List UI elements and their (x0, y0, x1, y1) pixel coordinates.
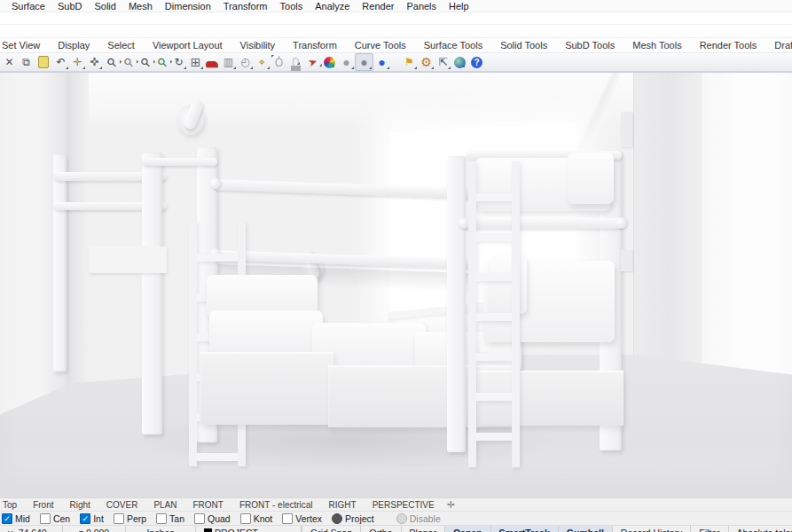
color-wheel-icon[interactable] (324, 57, 335, 68)
command-prompt[interactable] (0, 25, 792, 38)
render-icon[interactable]: ➤ (302, 51, 323, 72)
osnap-toggle[interactable]: Osnap (444, 526, 490, 532)
radio-off-icon[interactable] (396, 513, 407, 524)
menu-item[interactable]: Analyze (309, 1, 356, 12)
osnap-label: Tan (169, 513, 184, 524)
menu-item[interactable]: SubD (51, 1, 89, 12)
osnap-int[interactable]: Int (80, 513, 104, 524)
viewport-tab[interactable]: PLAN (145, 500, 184, 510)
toolbar-tab[interactable]: Select (98, 40, 144, 51)
viewport-tab[interactable]: COVER (98, 500, 146, 510)
checkbox-checked-icon[interactable] (80, 513, 90, 524)
osnap-mid[interactable]: Mid (2, 513, 30, 524)
filter-toggle[interactable]: Filter (690, 526, 727, 532)
left-bunk-top-beam (142, 158, 217, 166)
toolbar-tab[interactable]: Curve Tools (346, 40, 415, 51)
grid-snap-toggle[interactable]: Grid Snap (302, 526, 360, 532)
osnap-quad[interactable]: Quad (194, 513, 231, 524)
new-viewport-tab-icon[interactable]: ✛ (443, 499, 459, 511)
wall-bracket-lower (621, 250, 632, 271)
rail-knob (209, 177, 221, 189)
origin-icon[interactable]: ⌖ (254, 54, 271, 70)
toolbar-tab[interactable]: Render Tools (691, 40, 766, 51)
undo-view-icon[interactable]: ◴ (237, 54, 254, 70)
viewport-tab[interactable]: FRONT (185, 500, 231, 510)
rotate-view-icon[interactable]: ↻ (170, 54, 187, 70)
menu-item[interactable]: Tools (274, 1, 310, 12)
checkbox-icon[interactable] (40, 513, 51, 524)
viewport-tab[interactable]: RIGHT (321, 500, 365, 510)
osnap-cen[interactable]: Cen (40, 513, 70, 524)
ortho-toggle[interactable]: Ortho (360, 526, 400, 532)
menu-item[interactable]: Solid (88, 1, 122, 12)
radio-on-icon[interactable] (332, 513, 342, 524)
toolbar-tab[interactable]: Display (49, 40, 98, 51)
menu-item[interactable]: Dimension (159, 1, 217, 12)
menu-item[interactable]: Transform (217, 1, 274, 12)
viewport-tab[interactable]: Front (25, 500, 61, 510)
undo-icon[interactable]: ↶ (52, 54, 69, 70)
menu-item[interactable]: Surface (5, 1, 51, 12)
menu-bar: SurfaceSubDSolidMeshDimensionTransformTo… (0, 0, 792, 12)
checkbox-icon[interactable] (156, 513, 167, 524)
osnap-knot[interactable]: Knot (240, 513, 273, 524)
osnap-disable[interactable]: Disable (396, 513, 441, 524)
viewport-tab[interactable]: Right (61, 500, 98, 510)
cut-icon[interactable]: ✕ (1, 54, 18, 70)
paste-icon[interactable] (38, 56, 49, 68)
rendered-display-icon[interactable]: ● (355, 53, 373, 71)
osnap-label: Mid (15, 513, 30, 524)
toolbar-tab[interactable]: Set View (0, 40, 49, 51)
toolbar-tab[interactable]: Solid Tools (491, 40, 556, 51)
pan-icon[interactable]: ✛ (69, 54, 86, 70)
toolbar-tab[interactable]: SubD Tools (556, 40, 623, 51)
earth-icon[interactable] (454, 57, 466, 68)
viewport-layout-icon[interactable]: ⊞ (187, 54, 204, 70)
dimension-tool-icon[interactable]: ⇱ (435, 54, 451, 70)
raytraced-display-icon[interactable]: ● (373, 54, 390, 70)
toolbar-tab[interactable]: Viewport Layout (144, 40, 231, 51)
checkbox-icon[interactable] (240, 513, 251, 524)
osnap-tan[interactable]: Tan (156, 513, 184, 524)
lightbulb-icon[interactable]: Ϙ (271, 54, 287, 70)
menu-item[interactable]: Mesh (122, 1, 159, 12)
viewport-tab[interactable]: PERSPECTIVE (365, 500, 443, 510)
gumball-toggle[interactable]: Gumball (558, 526, 612, 532)
planar-toggle[interactable]: Planar (401, 526, 444, 532)
osnap-label: Project (345, 513, 374, 524)
checkbox-icon[interactable] (282, 513, 293, 524)
flag-icon[interactable]: ⚑ (401, 54, 418, 70)
shade-icon[interactable] (206, 61, 218, 67)
checkbox-icon[interactable] (194, 513, 205, 524)
layer-color-swatch (204, 528, 212, 532)
copy-icon[interactable]: ⧉ (18, 54, 35, 70)
checkbox-checked-icon[interactable] (2, 513, 12, 524)
checkbox-icon[interactable] (114, 513, 124, 524)
left-bunk-post-a (142, 153, 162, 434)
record-history-toggle[interactable]: Record History (612, 526, 690, 532)
lock-icon[interactable]: ⋂ (291, 55, 301, 71)
toolbar-tab[interactable]: Transform (284, 40, 346, 51)
options-gear-icon[interactable]: ⚙ (418, 54, 435, 70)
viewport-tab[interactable]: Top (0, 500, 25, 510)
viewport-tab[interactable]: FRONT - electrical (231, 500, 321, 510)
osnap-project[interactable]: Project (332, 513, 374, 524)
status-bar: y -74.649 z 0.000 Inches PROJECT Grid Sn… (0, 525, 792, 532)
osnap-perp[interactable]: Perp (114, 513, 146, 524)
osnap-vertex[interactable]: Vertex (282, 513, 322, 524)
help-icon[interactable]: ? (471, 57, 482, 68)
toolbar-tab[interactable]: Mesh Tools (623, 40, 690, 51)
units-indicator[interactable]: Inches (126, 526, 196, 532)
osnap-bar: Mid Cen Int Perp Tan Quad Knot Vertex Pr… (0, 511, 792, 525)
toolbar-tab[interactable]: Visibility (231, 40, 285, 51)
toolbar-tab[interactable]: Drafting (765, 40, 792, 51)
display-options-icon[interactable]: ▥ (220, 54, 237, 70)
menu-item[interactable]: Help (443, 1, 475, 12)
perspective-viewport[interactable] (0, 72, 792, 497)
menu-item[interactable]: Panels (400, 1, 443, 12)
current-layer[interactable]: PROJECT (196, 526, 302, 532)
shaded-display-icon[interactable]: ● (338, 54, 355, 70)
toolbar-tab[interactable]: Surface Tools (415, 40, 491, 51)
menu-item[interactable]: Render (356, 1, 400, 12)
smarttrack-toggle[interactable]: SmartTrack (490, 526, 558, 532)
